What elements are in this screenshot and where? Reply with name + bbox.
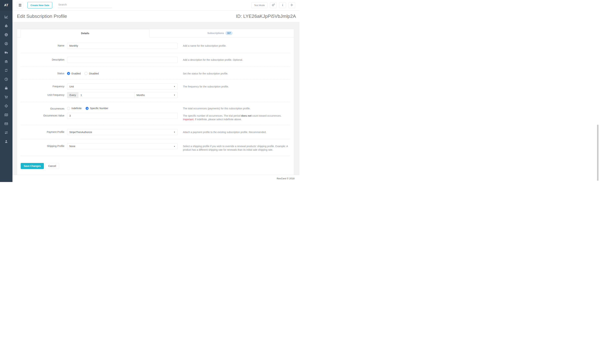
occurrences-help: The total occurrences (payments) for thi… xyxy=(177,106,290,110)
payment-profile-select[interactable]: StripeThenAuthorize ▼ xyxy=(67,129,177,135)
sidebar-item-analytics[interactable] xyxy=(0,13,12,22)
payment-profile-row: Payment Profile StripeThenAuthorize ▼ At… xyxy=(21,129,290,135)
radio-checked-icon xyxy=(86,107,88,110)
search-container xyxy=(58,2,112,8)
occurrences-label: Occurrences xyxy=(21,106,67,110)
sidebar-toggle-button[interactable] xyxy=(17,2,23,8)
important-note: Important: xyxy=(183,118,194,121)
occurrences-value-input[interactable] xyxy=(67,113,177,119)
status-disabled-radio[interactable]: Disabled xyxy=(85,72,99,75)
money-bag-icon: $ xyxy=(4,24,8,28)
tab-subscriptions[interactable]: Subscriptions 117 xyxy=(150,29,290,37)
sidebar-item-email[interactable] xyxy=(0,119,12,128)
search-input[interactable] xyxy=(58,2,112,8)
radio-unchecked-icon xyxy=(85,72,88,75)
subscription-profile-card: Details Subscriptions 117 Name Add a nam… xyxy=(17,29,294,175)
app-root: AT $ Create New Sale xyxy=(0,0,300,182)
area-chart-icon xyxy=(4,15,8,19)
sidebar-item-history[interactable] xyxy=(0,75,12,84)
cancel-button[interactable]: Cancel xyxy=(45,163,59,169)
shipping-profile-label: Shipping Profile xyxy=(21,143,67,147)
frequency-select[interactable]: Unit ▼ xyxy=(67,84,177,90)
settings-button[interactable] xyxy=(270,2,277,8)
status-help: Set the status for the subscription prof… xyxy=(177,71,290,76)
caret-down-icon: ▼ xyxy=(174,86,175,87)
description-help: Add a description for the subscription p… xyxy=(177,57,290,62)
page-heading: Edit Subscription Profile ID: LYE26aKJpP… xyxy=(12,10,300,22)
user-icon xyxy=(4,140,8,144)
status-row: Status Enabled Disabled xyxy=(21,71,290,76)
shipping-profile-select[interactable]: None ▲ xyxy=(67,143,177,149)
sidebar-item-sales[interactable]: $ xyxy=(0,22,12,30)
sidebar-item-map[interactable] xyxy=(0,110,12,119)
occurrences-value-row: Occurrences Value The specific number of… xyxy=(21,113,290,121)
map-icon xyxy=(4,113,8,117)
occurrences-value-help: The specific number of occurrences. The … xyxy=(177,113,290,121)
top-bar: Create New Sale Test Mode i xyxy=(12,0,300,10)
test-mode-button[interactable]: Test Mode xyxy=(251,2,267,8)
form-actions: Save Changes Cancel xyxy=(21,163,290,169)
name-row: Name Add a name for the subscription pro… xyxy=(21,43,290,49)
frequency-value: Unit xyxy=(69,85,74,88)
save-changes-button[interactable]: Save Changes xyxy=(21,163,44,169)
shipping-profile-row: Shipping Profile None ▲ Select a shippin… xyxy=(21,143,290,152)
status-disabled-label: Disabled xyxy=(89,72,99,75)
occurrences-value-label: Occurrences Value xyxy=(21,113,67,117)
occurrences-specific-label: Specific Number xyxy=(90,107,108,110)
sidebar-item-account[interactable] xyxy=(0,137,12,146)
crosshairs-icon xyxy=(4,104,8,109)
sidebar-nav: $ xyxy=(0,10,12,146)
payment-profile-label: Payment Profile xyxy=(21,129,67,133)
frequency-help: The frequency for the subscription profi… xyxy=(177,84,290,88)
create-new-sale-button[interactable]: Create New Sale xyxy=(27,2,52,8)
unit-frequency-unit-select[interactable]: Months ▼ xyxy=(134,92,177,98)
app-logo[interactable]: AT xyxy=(0,0,12,10)
sync-icon xyxy=(4,68,8,73)
sidebar-item-customers[interactable] xyxy=(0,39,12,48)
name-help: Add a name for the subscription profile. xyxy=(177,43,290,48)
occurrences-indefinite-label: Indefinite xyxy=(71,107,82,110)
hamburger-icon xyxy=(19,4,21,4)
divider xyxy=(21,125,290,125)
footer-copyright: RevCent © 2018 xyxy=(277,177,294,180)
occurrences-indefinite-radio[interactable]: Indefinite xyxy=(67,107,82,110)
sidebar-item-tracking[interactable] xyxy=(0,102,12,110)
exchange-icon xyxy=(4,131,8,135)
shopping-cart-icon xyxy=(4,95,8,100)
profile-id: ID: LYE26aKJpPi5VbJmlp2A xyxy=(236,14,296,19)
shipping-profile-help: Select a shipping profile if you wish to… xyxy=(177,143,290,152)
info-button[interactable]: i xyxy=(279,2,286,8)
tab-subscriptions-label: Subscriptions xyxy=(207,32,224,34)
divider xyxy=(21,67,290,67)
divider xyxy=(21,156,290,156)
clock-icon xyxy=(4,77,8,82)
tab-details[interactable]: Details xyxy=(21,29,150,37)
name-input[interactable] xyxy=(67,43,177,49)
description-input[interactable] xyxy=(67,57,177,63)
sidebar-item-shipping[interactable] xyxy=(0,48,12,57)
payment-profile-help: Attach a payment profile to the existing… xyxy=(177,129,290,134)
caret-up-icon: ▲ xyxy=(174,145,175,147)
shopping-bag-icon xyxy=(4,86,8,91)
sidebar-item-web[interactable] xyxy=(0,30,12,39)
sign-out-icon xyxy=(291,4,293,7)
shipping-profile-value: None xyxy=(69,145,75,148)
sidebar-item-subscriptions[interactable] xyxy=(0,66,12,75)
description-row: Description Add a description for the su… xyxy=(21,57,290,63)
truck-icon xyxy=(4,51,8,55)
name-label: Name xyxy=(21,43,67,47)
sign-out-button[interactable] xyxy=(289,2,295,8)
caret-down-icon: ▼ xyxy=(174,131,175,133)
topbar-right: Test Mode i xyxy=(251,2,295,8)
sidebar-item-cart[interactable] xyxy=(0,93,12,102)
divider xyxy=(21,53,290,53)
sidebar-item-transactions[interactable] xyxy=(0,128,12,137)
gears-icon xyxy=(272,3,275,7)
occurrences-row: Occurrences Indefinite Specific Number xyxy=(21,106,290,110)
unit-frequency-input[interactable] xyxy=(79,92,134,98)
occurrences-specific-radio[interactable]: Specific Number xyxy=(86,107,108,110)
sidebar-item-products[interactable] xyxy=(0,84,12,93)
sidebar-item-banking[interactable] xyxy=(0,57,12,66)
status-enabled-radio[interactable]: Enabled xyxy=(67,72,80,75)
subscriptions-count-badge: 117 xyxy=(226,31,232,35)
